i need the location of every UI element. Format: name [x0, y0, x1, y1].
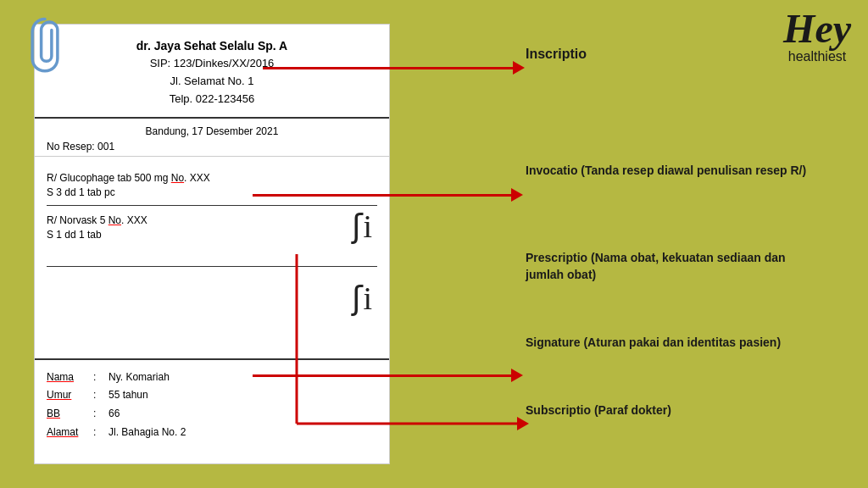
rx-item-2: R/ Norvask 5 No. XXX S 1 dd 1 tab: [47, 214, 377, 241]
arrow-subscriptio: [288, 246, 542, 441]
patient-umur-label: Umur: [47, 386, 93, 405]
rx-item1-label: R/ Glucophage tab 500 mg No. XXX: [47, 172, 377, 184]
logo: Hey healthiest: [783, 8, 851, 64]
ann-prescriptio: Prescriptio (Nama obat, kekuatan sediaan…: [526, 250, 814, 283]
ann-invocatio: Invocatio (Tanda resep diawal penulisan …: [526, 163, 814, 180]
rx-item2-label: R/ Norvask 5 No. XXX: [47, 214, 377, 226]
patient-nama-label: Nama: [47, 369, 93, 387]
rx-divider-1: [47, 205, 377, 206]
patient-alamat-label: Alamat: [47, 424, 93, 442]
arrow-inscriptio: [263, 61, 525, 75]
logo-healthiest: healthiest: [783, 49, 851, 64]
rx-no: No Resep: 001: [47, 141, 377, 152]
paperclip-icon: [24, 15, 66, 75]
rx-date-section: Bandung, 17 Desember 2021 No Resep: 001: [35, 119, 389, 157]
phone: Telp. 022-123456: [43, 91, 381, 108]
logo-hey: Hey: [783, 8, 851, 49]
rx-item2-sig: S 1 dd 1 tab: [47, 229, 377, 241]
ann-subscriptio: Subscriptio (Paraf dokter): [526, 402, 814, 419]
arrow-invocatio: [253, 188, 523, 202]
ann-inscriptio: Inscriptio: [526, 47, 587, 62]
signature-1: ʃi: [352, 208, 372, 245]
address: Jl. Selamat No. 1: [43, 73, 381, 91]
rx-date: Bandung, 17 Desember 2021: [47, 125, 377, 137]
patient-bb-label: BB: [47, 405, 93, 424]
ann-signature: Signature (Aturan pakai dan identitas pa…: [526, 335, 814, 352]
doctor-name: dr. Jaya Sehat Selalu Sp. A: [43, 36, 381, 55]
